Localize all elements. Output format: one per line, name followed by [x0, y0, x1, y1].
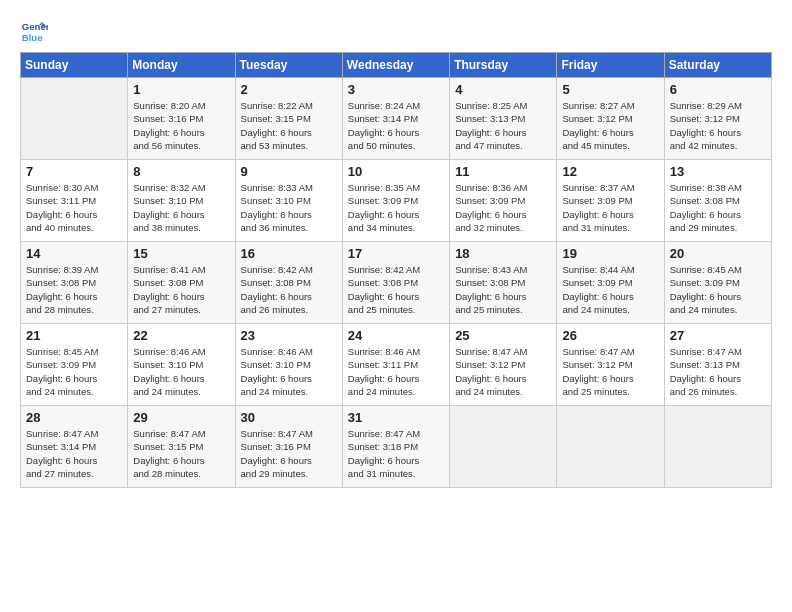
- day-info: Sunrise: 8:39 AM Sunset: 3:08 PM Dayligh…: [26, 263, 122, 316]
- day-info: Sunrise: 8:47 AM Sunset: 3:16 PM Dayligh…: [241, 427, 337, 480]
- day-number: 31: [348, 410, 444, 425]
- calendar-cell: 10Sunrise: 8:35 AM Sunset: 3:09 PM Dayli…: [342, 160, 449, 242]
- day-number: 29: [133, 410, 229, 425]
- calendar-cell: 13Sunrise: 8:38 AM Sunset: 3:08 PM Dayli…: [664, 160, 771, 242]
- calendar-cell: 29Sunrise: 8:47 AM Sunset: 3:15 PM Dayli…: [128, 406, 235, 488]
- day-info: Sunrise: 8:24 AM Sunset: 3:14 PM Dayligh…: [348, 99, 444, 152]
- day-number: 27: [670, 328, 766, 343]
- weekday-header-wednesday: Wednesday: [342, 53, 449, 78]
- day-info: Sunrise: 8:47 AM Sunset: 3:18 PM Dayligh…: [348, 427, 444, 480]
- day-number: 26: [562, 328, 658, 343]
- day-info: Sunrise: 8:32 AM Sunset: 3:10 PM Dayligh…: [133, 181, 229, 234]
- calendar-cell: 6Sunrise: 8:29 AM Sunset: 3:12 PM Daylig…: [664, 78, 771, 160]
- calendar-cell: 15Sunrise: 8:41 AM Sunset: 3:08 PM Dayli…: [128, 242, 235, 324]
- calendar-cell: [557, 406, 664, 488]
- calendar-cell: 14Sunrise: 8:39 AM Sunset: 3:08 PM Dayli…: [21, 242, 128, 324]
- calendar-week-row: 28Sunrise: 8:47 AM Sunset: 3:14 PM Dayli…: [21, 406, 772, 488]
- day-info: Sunrise: 8:22 AM Sunset: 3:15 PM Dayligh…: [241, 99, 337, 152]
- day-number: 22: [133, 328, 229, 343]
- calendar-cell: 20Sunrise: 8:45 AM Sunset: 3:09 PM Dayli…: [664, 242, 771, 324]
- calendar-cell: [21, 78, 128, 160]
- day-number: 2: [241, 82, 337, 97]
- day-number: 28: [26, 410, 122, 425]
- page-container: General Blue SundayMondayTuesdayWednesda…: [0, 0, 792, 498]
- day-number: 21: [26, 328, 122, 343]
- calendar-cell: 22Sunrise: 8:46 AM Sunset: 3:10 PM Dayli…: [128, 324, 235, 406]
- day-number: 20: [670, 246, 766, 261]
- calendar-table: SundayMondayTuesdayWednesdayThursdayFrid…: [20, 52, 772, 488]
- day-number: 11: [455, 164, 551, 179]
- day-number: 3: [348, 82, 444, 97]
- calendar-cell: 27Sunrise: 8:47 AM Sunset: 3:13 PM Dayli…: [664, 324, 771, 406]
- calendar-cell: 28Sunrise: 8:47 AM Sunset: 3:14 PM Dayli…: [21, 406, 128, 488]
- day-info: Sunrise: 8:33 AM Sunset: 3:10 PM Dayligh…: [241, 181, 337, 234]
- calendar-cell: 18Sunrise: 8:43 AM Sunset: 3:08 PM Dayli…: [450, 242, 557, 324]
- calendar-cell: 8Sunrise: 8:32 AM Sunset: 3:10 PM Daylig…: [128, 160, 235, 242]
- day-info: Sunrise: 8:47 AM Sunset: 3:14 PM Dayligh…: [26, 427, 122, 480]
- calendar-cell: 4Sunrise: 8:25 AM Sunset: 3:13 PM Daylig…: [450, 78, 557, 160]
- calendar-cell: 31Sunrise: 8:47 AM Sunset: 3:18 PM Dayli…: [342, 406, 449, 488]
- calendar-cell: 3Sunrise: 8:24 AM Sunset: 3:14 PM Daylig…: [342, 78, 449, 160]
- calendar-week-row: 14Sunrise: 8:39 AM Sunset: 3:08 PM Dayli…: [21, 242, 772, 324]
- day-info: Sunrise: 8:42 AM Sunset: 3:08 PM Dayligh…: [348, 263, 444, 316]
- calendar-cell: 19Sunrise: 8:44 AM Sunset: 3:09 PM Dayli…: [557, 242, 664, 324]
- day-info: Sunrise: 8:35 AM Sunset: 3:09 PM Dayligh…: [348, 181, 444, 234]
- day-info: Sunrise: 8:46 AM Sunset: 3:10 PM Dayligh…: [133, 345, 229, 398]
- calendar-cell: 12Sunrise: 8:37 AM Sunset: 3:09 PM Dayli…: [557, 160, 664, 242]
- calendar-cell: 17Sunrise: 8:42 AM Sunset: 3:08 PM Dayli…: [342, 242, 449, 324]
- day-info: Sunrise: 8:46 AM Sunset: 3:11 PM Dayligh…: [348, 345, 444, 398]
- day-info: Sunrise: 8:45 AM Sunset: 3:09 PM Dayligh…: [670, 263, 766, 316]
- calendar-cell: 21Sunrise: 8:45 AM Sunset: 3:09 PM Dayli…: [21, 324, 128, 406]
- day-number: 14: [26, 246, 122, 261]
- logo: General Blue: [20, 18, 52, 46]
- day-info: Sunrise: 8:36 AM Sunset: 3:09 PM Dayligh…: [455, 181, 551, 234]
- calendar-cell: 11Sunrise: 8:36 AM Sunset: 3:09 PM Dayli…: [450, 160, 557, 242]
- calendar-week-row: 7Sunrise: 8:30 AM Sunset: 3:11 PM Daylig…: [21, 160, 772, 242]
- day-info: Sunrise: 8:30 AM Sunset: 3:11 PM Dayligh…: [26, 181, 122, 234]
- day-info: Sunrise: 8:47 AM Sunset: 3:15 PM Dayligh…: [133, 427, 229, 480]
- day-number: 9: [241, 164, 337, 179]
- day-number: 12: [562, 164, 658, 179]
- calendar-cell: [450, 406, 557, 488]
- day-number: 10: [348, 164, 444, 179]
- day-number: 18: [455, 246, 551, 261]
- calendar-cell: 25Sunrise: 8:47 AM Sunset: 3:12 PM Dayli…: [450, 324, 557, 406]
- day-info: Sunrise: 8:29 AM Sunset: 3:12 PM Dayligh…: [670, 99, 766, 152]
- calendar-cell: 24Sunrise: 8:46 AM Sunset: 3:11 PM Dayli…: [342, 324, 449, 406]
- day-number: 19: [562, 246, 658, 261]
- calendar-cell: 16Sunrise: 8:42 AM Sunset: 3:08 PM Dayli…: [235, 242, 342, 324]
- day-number: 5: [562, 82, 658, 97]
- weekday-header-monday: Monday: [128, 53, 235, 78]
- day-info: Sunrise: 8:42 AM Sunset: 3:08 PM Dayligh…: [241, 263, 337, 316]
- weekday-header-friday: Friday: [557, 53, 664, 78]
- calendar-cell: 9Sunrise: 8:33 AM Sunset: 3:10 PM Daylig…: [235, 160, 342, 242]
- calendar-cell: 2Sunrise: 8:22 AM Sunset: 3:15 PM Daylig…: [235, 78, 342, 160]
- day-number: 24: [348, 328, 444, 343]
- day-info: Sunrise: 8:46 AM Sunset: 3:10 PM Dayligh…: [241, 345, 337, 398]
- calendar-week-row: 21Sunrise: 8:45 AM Sunset: 3:09 PM Dayli…: [21, 324, 772, 406]
- day-info: Sunrise: 8:37 AM Sunset: 3:09 PM Dayligh…: [562, 181, 658, 234]
- weekday-header-thursday: Thursday: [450, 53, 557, 78]
- day-info: Sunrise: 8:43 AM Sunset: 3:08 PM Dayligh…: [455, 263, 551, 316]
- day-info: Sunrise: 8:47 AM Sunset: 3:12 PM Dayligh…: [562, 345, 658, 398]
- day-info: Sunrise: 8:27 AM Sunset: 3:12 PM Dayligh…: [562, 99, 658, 152]
- weekday-header-row: SundayMondayTuesdayWednesdayThursdayFrid…: [21, 53, 772, 78]
- day-info: Sunrise: 8:38 AM Sunset: 3:08 PM Dayligh…: [670, 181, 766, 234]
- day-number: 13: [670, 164, 766, 179]
- weekday-header-saturday: Saturday: [664, 53, 771, 78]
- day-number: 30: [241, 410, 337, 425]
- day-number: 4: [455, 82, 551, 97]
- day-number: 16: [241, 246, 337, 261]
- calendar-week-row: 1Sunrise: 8:20 AM Sunset: 3:16 PM Daylig…: [21, 78, 772, 160]
- day-info: Sunrise: 8:47 AM Sunset: 3:13 PM Dayligh…: [670, 345, 766, 398]
- calendar-cell: 30Sunrise: 8:47 AM Sunset: 3:16 PM Dayli…: [235, 406, 342, 488]
- header: General Blue: [20, 18, 772, 46]
- day-info: Sunrise: 8:44 AM Sunset: 3:09 PM Dayligh…: [562, 263, 658, 316]
- day-number: 6: [670, 82, 766, 97]
- day-number: 15: [133, 246, 229, 261]
- calendar-cell: 23Sunrise: 8:46 AM Sunset: 3:10 PM Dayli…: [235, 324, 342, 406]
- calendar-cell: 5Sunrise: 8:27 AM Sunset: 3:12 PM Daylig…: [557, 78, 664, 160]
- calendar-cell: 1Sunrise: 8:20 AM Sunset: 3:16 PM Daylig…: [128, 78, 235, 160]
- calendar-cell: [664, 406, 771, 488]
- day-info: Sunrise: 8:45 AM Sunset: 3:09 PM Dayligh…: [26, 345, 122, 398]
